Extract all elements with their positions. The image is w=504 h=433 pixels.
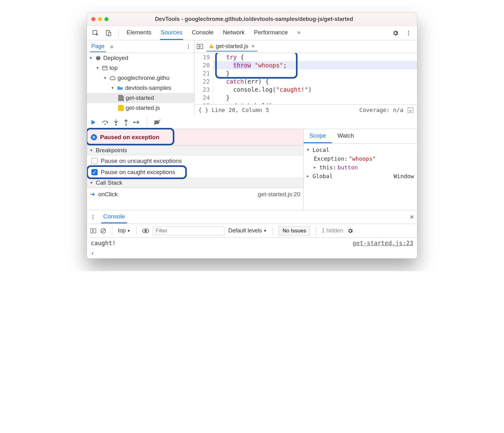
tree-file-get-started[interactable]: get-started — [87, 93, 194, 103]
svg-line-29 — [101, 229, 105, 233]
filter-input[interactable] — [153, 226, 225, 235]
tab-network[interactable]: Network — [222, 26, 245, 40]
checkbox-unchecked-icon[interactable] — [91, 158, 98, 164]
inspect-element-icon[interactable] — [90, 28, 101, 38]
settings-gear-icon[interactable] — [390, 28, 401, 38]
hidden-count: 1 hidden — [322, 227, 343, 234]
breakpoints-header[interactable]: ▼ Breakpoints — [87, 145, 303, 155]
scope-value: Window — [394, 173, 414, 179]
cursor-position: Line 20, Column 5 — [212, 107, 269, 113]
context-selector[interactable]: top ▼ — [118, 227, 131, 234]
tree-label: get-started — [126, 95, 154, 101]
tabs-overflow-button[interactable]: » — [297, 26, 301, 40]
svg-point-25 — [93, 218, 94, 219]
kebab-menu-icon[interactable] — [403, 28, 414, 38]
no-issues-button[interactable]: No Issues — [279, 226, 310, 236]
levels-selector[interactable]: Default levels ▼ — [228, 227, 267, 234]
pretty-print-icon[interactable]: { } — [198, 107, 209, 113]
maximize-window-button[interactable] — [104, 17, 109, 21]
collapse-icon[interactable] — [408, 107, 413, 113]
minimize-window-button[interactable] — [98, 17, 102, 21]
code-lines[interactable]: try { throw "whoops"; } catch(err) { con… — [213, 53, 417, 104]
code-editor[interactable]: 19202122232425 try { throw "whoops"; } c… — [195, 53, 417, 115]
deactivate-breakpoints-button[interactable] — [153, 119, 161, 125]
paused-banner: ✕ Paused on exception — [87, 129, 303, 145]
tree-deployed[interactable]: ▼ Deployed — [87, 53, 194, 63]
divider — [273, 227, 273, 235]
scope-local[interactable]: ▼Local — [307, 145, 414, 154]
checkbox-checked-icon[interactable]: ✓ — [91, 169, 98, 175]
tree-domain[interactable]: ▼ googlechrome.githu — [87, 73, 194, 83]
callstack-frame[interactable]: ➔ onClick get-started.js:20 — [87, 188, 303, 200]
tree-label: devtools-samples — [125, 85, 171, 91]
tab-elements[interactable]: Elements — [126, 26, 152, 40]
resume-button[interactable] — [90, 119, 97, 126]
step-button[interactable] — [133, 119, 141, 125]
navigator-kebab-icon[interactable] — [186, 44, 191, 49]
tab-scope[interactable]: Scope — [304, 129, 332, 143]
drawer-tab-console[interactable]: Console — [101, 211, 127, 223]
divider — [112, 227, 112, 235]
console-prompt[interactable]: › — [91, 250, 413, 256]
tab-sources[interactable]: Sources — [160, 26, 183, 40]
context-label: top — [118, 227, 126, 234]
svg-point-19 — [125, 124, 127, 125]
debugger-panels: ✕ Paused on exception ▼ Breakpoints Paus… — [87, 129, 417, 210]
checkbox-label: Pause on caught exceptions — [101, 169, 175, 176]
scope-label: Local — [313, 147, 329, 153]
section-label: Call Stack — [96, 179, 123, 186]
line-gutter[interactable]: 19202122232425 — [195, 53, 213, 104]
divider — [136, 227, 137, 235]
debugger-left-panel: ✕ Paused on exception ▼ Breakpoints Paus… — [87, 129, 304, 210]
warning-icon — [209, 44, 214, 49]
cube-icon — [95, 55, 101, 61]
tab-performance[interactable]: Performance — [253, 26, 288, 40]
close-drawer-icon[interactable]: × — [410, 213, 414, 221]
step-over-button[interactable] — [101, 119, 109, 125]
console-sidebar-toggle-icon[interactable] — [90, 228, 96, 234]
close-tab-icon[interactable]: × — [251, 43, 255, 50]
svg-point-23 — [93, 215, 94, 216]
console-settings-gear-icon[interactable] — [347, 228, 353, 234]
cloud-icon — [109, 75, 116, 80]
tree-file-get-started-js[interactable]: get-started.js — [87, 103, 194, 113]
live-expression-icon[interactable] — [142, 228, 149, 233]
svg-point-5 — [408, 34, 409, 35]
step-into-button[interactable] — [113, 119, 119, 126]
close-window-button[interactable] — [91, 17, 95, 21]
scope-value: button — [337, 164, 358, 171]
titlebar: DevTools - googlechrome.github.io/devtoo… — [87, 13, 417, 26]
folder-icon — [117, 85, 123, 90]
subtabs-overflow[interactable]: » — [110, 43, 113, 50]
js-document-icon — [118, 105, 124, 111]
file-tab-get-started-js[interactable]: get-started.js × — [206, 42, 257, 51]
divider — [316, 227, 316, 235]
console-output[interactable]: caught! get-started.js:23 › — [87, 238, 417, 258]
pause-uncaught-checkbox-row[interactable]: Pause on uncaught exceptions — [87, 155, 303, 167]
scope-key: Exception: — [314, 155, 347, 162]
toggle-navigator-icon[interactable] — [196, 43, 203, 50]
svg-rect-11 — [211, 45, 211, 47]
tree-folder[interactable]: ▼ devtools-samples — [87, 83, 194, 93]
log-source-link[interactable]: get-started.js:23 — [353, 240, 413, 246]
clear-console-icon[interactable] — [100, 228, 106, 234]
tab-watch[interactable]: Watch — [332, 129, 360, 143]
drawer-kebab-icon[interactable] — [90, 214, 96, 220]
svg-rect-15 — [408, 107, 413, 112]
traffic-lights — [91, 17, 109, 21]
svg-point-17 — [104, 124, 106, 125]
subtab-page[interactable]: Page — [90, 41, 106, 52]
paused-label: Paused on exception — [100, 134, 159, 141]
device-toolbar-icon[interactable] — [103, 28, 114, 38]
scope-this[interactable]: ▶ this: button — [307, 163, 414, 172]
document-icon — [118, 95, 124, 101]
scope-global[interactable]: ▶ Global Window — [307, 172, 414, 180]
tree-top[interactable]: ▼ top — [87, 63, 194, 73]
svg-point-4 — [408, 32, 409, 33]
scope-tabs: Scope Watch — [304, 129, 417, 144]
navigator-tree: ▼ Deployed ▼ top ▼ googlechrome.githu ▼ … — [87, 53, 195, 115]
pause-caught-checkbox-row[interactable]: ✓ Pause on caught exceptions — [87, 167, 303, 178]
step-out-button[interactable] — [123, 119, 129, 126]
tab-console[interactable]: Console — [191, 26, 214, 40]
callstack-header[interactable]: ▼ Call Stack — [87, 178, 303, 188]
